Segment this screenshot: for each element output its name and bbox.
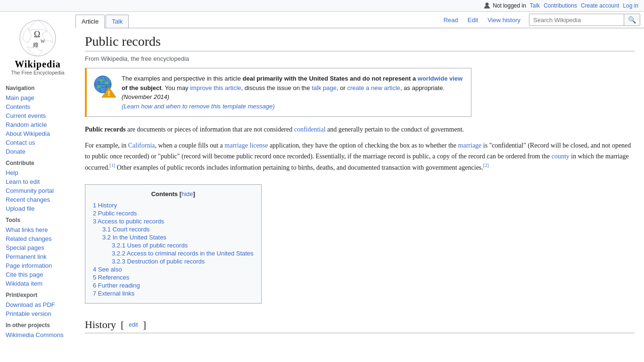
article-from: From Wikipedia, the free encyclopedia: [85, 55, 635, 62]
page-wrapper: Not logged in Talk Contributions Create …: [0, 0, 644, 362]
sidebar-item-wikidata[interactable]: Wikidata item: [0, 279, 75, 288]
warning-box: ! The examples and perspective in this a…: [85, 68, 471, 117]
sidebar-item-cite-page[interactable]: Cite this page: [0, 270, 75, 279]
tabs-left: Article Talk: [75, 15, 439, 28]
sidebar-item-special-pages[interactable]: Special pages: [0, 243, 75, 252]
intro-paragraph-1: Public records are documents or pieces o…: [85, 124, 635, 135]
sidebar-item-about[interactable]: About Wikipedia: [0, 129, 75, 138]
sidebar-item-permanent-link[interactable]: Permanent link: [0, 252, 75, 261]
sidebar-item-printable[interactable]: Printable version: [0, 309, 75, 318]
search-input[interactable]: [529, 15, 624, 25]
talk-page-link[interactable]: talk page: [312, 84, 337, 91]
contents-list: 1 History 2 Public records 3 Access to p…: [93, 201, 254, 297]
contents-item-1: 1 History: [93, 201, 254, 209]
learn-how-link[interactable]: Learn how and when to remove this templa…: [124, 103, 272, 110]
tab-edit[interactable]: Edit: [463, 14, 483, 26]
wikipedia-logo: Ω 維 W: [19, 19, 57, 57]
create-article-link[interactable]: create a new article: [347, 84, 400, 91]
california-link[interactable]: California: [128, 142, 155, 149]
history-edit-bracket2: ]: [143, 319, 146, 331]
contents-link-see-also[interactable]: 4 See also: [93, 266, 122, 273]
not-logged-in-text: Not logged in: [493, 2, 526, 9]
logo-subtitle: The Free Encyclopedia: [11, 70, 64, 75]
contents-link-references[interactable]: 5 References: [93, 274, 129, 281]
tab-talk[interactable]: Talk: [106, 15, 129, 28]
history-edit-bracket: [: [121, 319, 124, 331]
tab-read[interactable]: Read: [439, 14, 463, 26]
contents-title: Contents [hide]: [93, 190, 254, 197]
navigation-section-title: Navigation: [0, 81, 75, 93]
contents-item-6: 6 Further reading: [93, 281, 254, 289]
warning-icon: !: [92, 74, 116, 98]
contents-link-external-links[interactable]: 7 External links: [93, 290, 134, 297]
contents-link-public-records[interactable]: 2 Public records: [93, 210, 137, 217]
sidebar-item-current-events[interactable]: Current events: [0, 111, 75, 120]
contents-item-4: 4 See also: [93, 265, 254, 273]
contents-item-3-2-2: 3.2.2 Access to criminal records in the …: [112, 249, 254, 257]
marriage-link[interactable]: marriage: [458, 142, 482, 149]
contents-link-destruction[interactable]: 3.2.3 Destruction of public records: [112, 258, 205, 265]
contents-link-uses[interactable]: 3.2.1 Uses of public records: [112, 242, 188, 249]
tab-view-history[interactable]: View history: [483, 14, 525, 26]
sidebar-item-download-pdf[interactable]: Download as PDF: [0, 300, 75, 309]
top-bar: Not logged in Talk Contributions Create …: [0, 0, 644, 12]
contents-link-further-reading[interactable]: 6 Further reading: [93, 282, 140, 289]
sidebar-item-random-article[interactable]: Random article: [0, 120, 75, 129]
talk-link[interactable]: Talk: [530, 2, 540, 9]
contents-item-3: 3 Access to public records: [93, 217, 254, 225]
contributions-link[interactable]: Contributions: [544, 2, 577, 9]
history-edit-link[interactable]: edit: [129, 321, 138, 328]
contents-box: Contents [hide] 1 History 2 Public recor…: [85, 184, 262, 304]
history-heading-text: History: [85, 319, 116, 331]
user-icon: [483, 2, 491, 9]
svg-text:Ω: Ω: [34, 30, 40, 39]
contents-link-us[interactable]: 3.2 In the United States: [102, 234, 166, 241]
sidebar-item-help[interactable]: Help: [0, 168, 75, 177]
confidential-link[interactable]: confidential: [294, 126, 326, 133]
ref-2: [2]: [483, 163, 489, 168]
sidebar: Ω 維 W Wikipedia The Free Encyclopedia Na…: [0, 12, 75, 362]
tools-section-title: Tools: [0, 213, 75, 225]
worldwide-view-link[interactable]: worldwide view: [418, 75, 462, 82]
sidebar-item-recent-changes[interactable]: Recent changes: [0, 195, 75, 204]
article-title: Public records: [85, 34, 635, 51]
contents-item-3-2-3: 3.2.3 Destruction of public records: [112, 257, 254, 265]
search-button[interactable]: 🔍: [624, 14, 640, 25]
svg-point-0: [486, 3, 489, 6]
sidebar-item-wikimedia-commons[interactable]: Wikimedia Commons: [0, 330, 75, 339]
sidebar-item-contact[interactable]: Contact us: [0, 138, 75, 147]
contents-hide-bracket2: ]: [193, 190, 195, 197]
sidebar-item-upload-file[interactable]: Upload file: [0, 204, 75, 213]
contents-link-access[interactable]: 3 Access to public records: [93, 218, 164, 225]
warning-text: The examples and perspective in this art…: [122, 74, 465, 111]
other-projects-title: In other projects: [0, 318, 75, 330]
contents-link-history[interactable]: 1 History: [93, 202, 117, 209]
print-section-title: Print/export: [0, 288, 75, 300]
tab-bar: Article Talk Read Edit View history 🔍: [75, 12, 644, 28]
sidebar-item-main-page[interactable]: Main page: [0, 93, 75, 102]
sidebar-item-page-information[interactable]: Page information: [0, 261, 75, 270]
search-box: 🔍: [529, 14, 640, 26]
tabs-right: Read Edit View history 🔍: [439, 12, 644, 28]
sidebar-item-learn-to-edit[interactable]: Learn to edit: [0, 177, 75, 186]
main-content: Article Talk Read Edit View history 🔍 Pu…: [75, 12, 644, 362]
sidebar-item-what-links-here[interactable]: What links here: [0, 225, 75, 234]
county-link[interactable]: county: [552, 153, 570, 160]
contents-item-3-2: 3.2 In the United States: [102, 233, 254, 241]
sidebar-item-related-changes[interactable]: Related changes: [0, 234, 75, 243]
contents-link-criminal[interactable]: 3.2.2 Access to criminal records in the …: [112, 250, 254, 257]
improve-article-link[interactable]: improve this article: [190, 84, 241, 91]
sidebar-item-contents[interactable]: Contents: [0, 102, 75, 111]
ref-1: [1]: [109, 163, 115, 168]
sidebar-item-community-portal[interactable]: Community portal: [0, 186, 75, 195]
tab-article[interactable]: Article: [75, 15, 105, 28]
create-account-link[interactable]: Create account: [581, 2, 619, 9]
marriage-license-link[interactable]: marriage license: [224, 142, 268, 149]
contents-item-2: 2 Public records: [93, 209, 254, 217]
contents-link-court-records[interactable]: 3.1 Court records: [102, 226, 149, 233]
log-in-link[interactable]: Log in: [623, 2, 638, 9]
contents-hide-link[interactable]: hide: [182, 190, 193, 197]
sidebar-item-donate[interactable]: Donate: [0, 147, 75, 156]
contents-item-3-2-1: 3.2.1 Uses of public records: [112, 241, 254, 249]
article: Public records From Wikipedia, the free …: [75, 28, 644, 343]
